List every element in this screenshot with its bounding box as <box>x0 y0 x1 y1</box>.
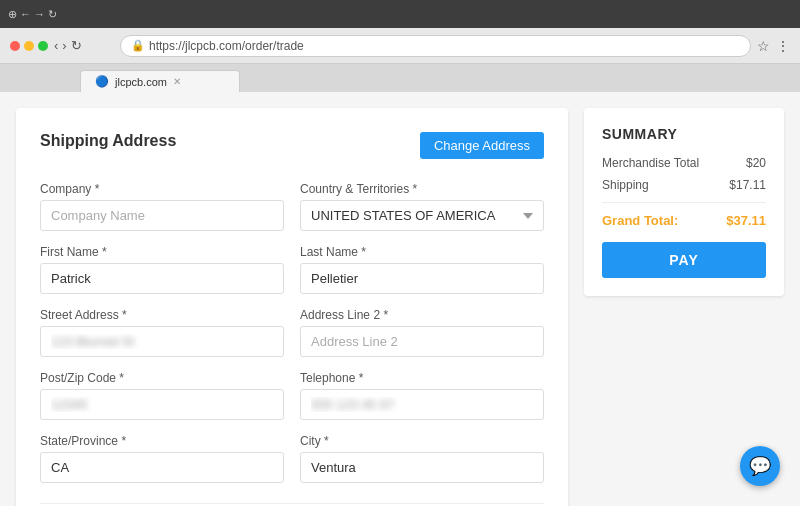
street-input[interactable] <box>40 326 284 357</box>
first-name-input[interactable] <box>40 263 284 294</box>
company-label: Company * <box>40 182 284 196</box>
form-group-country: Country & Territories * UNITED STATES OF… <box>300 182 544 231</box>
active-tab[interactable]: 🔵 jlcpcb.com ✕ <box>80 70 240 92</box>
chat-icon: 💬 <box>749 455 771 477</box>
state-label: State/Province * <box>40 434 284 448</box>
tab-close-icon[interactable]: ✕ <box>173 76 181 87</box>
address2-label: Address Line 2 * <box>300 308 544 322</box>
tabs-bar: 🔵 jlcpcb.com ✕ <box>0 64 800 92</box>
form-group-zip: Post/Zip Code * <box>40 371 284 420</box>
zip-label: Post/Zip Code * <box>40 371 284 385</box>
form-group-phone: Telephone * <box>300 371 544 420</box>
section-header: Change Address Shipping Address <box>40 132 544 166</box>
browser-toolbar: ⊕ ← → ↻ <box>0 0 800 28</box>
country-label: Country & Territories * <box>300 182 544 196</box>
shipping-address-section: Change Address Shipping Address Company … <box>16 108 568 506</box>
phone-label: Telephone * <box>300 371 544 385</box>
form-row-state-city: State/Province * City * <box>40 434 544 483</box>
minimize-dot <box>24 41 34 51</box>
city-input[interactable] <box>300 452 544 483</box>
summary-shipping-row: Shipping $17.11 <box>602 178 766 192</box>
company-input[interactable] <box>40 200 284 231</box>
refresh-icon[interactable]: ↻ <box>71 38 82 53</box>
close-dot <box>10 41 20 51</box>
chat-floating-button[interactable]: 💬 <box>740 446 780 486</box>
shipping-label: Shipping <box>602 178 649 192</box>
star-icon[interactable]: ☆ <box>757 38 770 54</box>
lock-icon: 🔒 <box>131 39 145 52</box>
window-controls <box>10 41 48 51</box>
back-icon[interactable]: ‹ <box>54 38 58 53</box>
merchandise-label: Merchandise Total <box>602 156 699 170</box>
form-group-address2: Address Line 2 * <box>300 308 544 357</box>
browser-actions: ☆ ⋮ <box>757 38 790 54</box>
form-row-names: First Name * Last Name * <box>40 245 544 294</box>
page-content: Change Address Shipping Address Company … <box>0 92 800 506</box>
summary-divider <box>602 202 766 203</box>
summary-title: SUMMARY <box>602 126 766 142</box>
grand-total-row: Grand Total: $37.11 <box>602 213 766 228</box>
change-address-button[interactable]: Change Address <box>420 132 544 159</box>
zip-input[interactable] <box>40 389 284 420</box>
phone-input[interactable] <box>300 389 544 420</box>
city-label: City * <box>300 434 544 448</box>
summary-merchandise-row: Merchandise Total $20 <box>602 156 766 170</box>
browser-bar: ‹ › ↻ 🔒 https://jlcpcb.com/order/trade ☆… <box>0 28 800 64</box>
address2-input[interactable] <box>300 326 544 357</box>
grand-total-label: Grand Total: <box>602 213 678 228</box>
first-name-label: First Name * <box>40 245 284 259</box>
forward-icon[interactable]: › <box>62 38 66 53</box>
state-input[interactable] <box>40 452 284 483</box>
merchandise-value: $20 <box>746 156 766 170</box>
tab-favicon: 🔵 <box>95 75 109 88</box>
tab-title: jlcpcb.com <box>115 76 167 88</box>
shipping-value: $17.11 <box>729 178 766 192</box>
form-row-company-country: Company * Country & Territories * UNITED… <box>40 182 544 231</box>
summary-sidebar: SUMMARY Merchandise Total $20 Shipping $… <box>584 108 784 296</box>
url-text: https://jlcpcb.com/order/trade <box>149 39 304 53</box>
pay-button[interactable]: PAY <box>602 242 766 278</box>
form-group-street: Street Address * <box>40 308 284 357</box>
address-bar[interactable]: 🔒 https://jlcpcb.com/order/trade <box>120 35 751 57</box>
street-label: Street Address * <box>40 308 284 322</box>
form-row-street: Street Address * Address Line 2 * <box>40 308 544 357</box>
form-group-last-name: Last Name * <box>300 245 544 294</box>
menu-icon[interactable]: ⋮ <box>776 38 790 54</box>
last-name-input[interactable] <box>300 263 544 294</box>
form-group-state: State/Province * <box>40 434 284 483</box>
maximize-dot <box>38 41 48 51</box>
form-group-first-name: First Name * <box>40 245 284 294</box>
country-select[interactable]: UNITED STATES OF AMERICA <box>300 200 544 231</box>
form-group-company: Company * <box>40 182 284 231</box>
nav-buttons: ‹ › ↻ <box>54 38 114 53</box>
grand-total-value: $37.11 <box>726 213 766 228</box>
form-row-zip-phone: Post/Zip Code * Telephone * <box>40 371 544 420</box>
last-name-label: Last Name * <box>300 245 544 259</box>
form-group-city: City * <box>300 434 544 483</box>
